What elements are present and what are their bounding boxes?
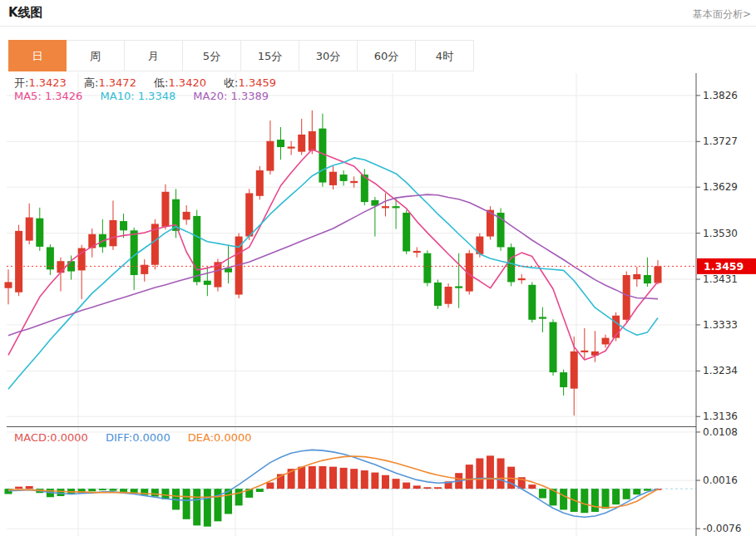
svg-text:0.0016: 0.0016 (703, 475, 738, 486)
ma10-line (8, 158, 658, 389)
svg-text:0.0108: 0.0108 (703, 426, 738, 438)
fundamental-analysis-link[interactable]: 基本面分析> (693, 7, 751, 22)
tab-15min[interactable]: 15分 (241, 40, 299, 71)
svg-text:1.3136: 1.3136 (703, 411, 738, 422)
macd-histogram (5, 455, 662, 526)
tab-5min[interactable]: 5分 (183, 40, 241, 71)
candles-layer (5, 111, 662, 416)
svg-text:1.3826: 1.3826 (703, 90, 738, 101)
tab-60min[interactable]: 60分 (358, 40, 416, 71)
svg-text:1.3333: 1.3333 (703, 319, 738, 331)
page-title: K线图 (8, 5, 43, 21)
tab-30min[interactable]: 30分 (299, 40, 358, 71)
svg-text:1.3234: 1.3234 (703, 365, 738, 376)
svg-text:-0.0076: -0.0076 (703, 523, 741, 534)
kline-chart-canvas[interactable]: 1.38261.37271.36291.35301.34311.33331.32… (0, 73, 756, 536)
tab-week[interactable]: 周 (67, 40, 125, 71)
svg-text:1.3727: 1.3727 (703, 135, 738, 147)
tab-month[interactable]: 月 (125, 40, 183, 71)
tab-4hour[interactable]: 4时 (416, 40, 474, 71)
current-price-badge: 1.3459 (697, 258, 756, 274)
price-axis-labels: 1.38261.37271.36291.35301.34311.33331.32… (696, 90, 741, 534)
period-tab-bar: 日 周 月 5分 15分 30分 60分 4时 (8, 40, 474, 71)
svg-text:1.3530: 1.3530 (703, 228, 738, 239)
svg-text:1.3431: 1.3431 (703, 273, 738, 285)
header-bar: K线图 基本面分析> (0, 0, 756, 27)
svg-text:1.3629: 1.3629 (703, 181, 738, 193)
tab-day[interactable]: 日 (8, 40, 67, 71)
svg-text:1.3459: 1.3459 (704, 260, 744, 273)
ma20-line (8, 194, 658, 336)
